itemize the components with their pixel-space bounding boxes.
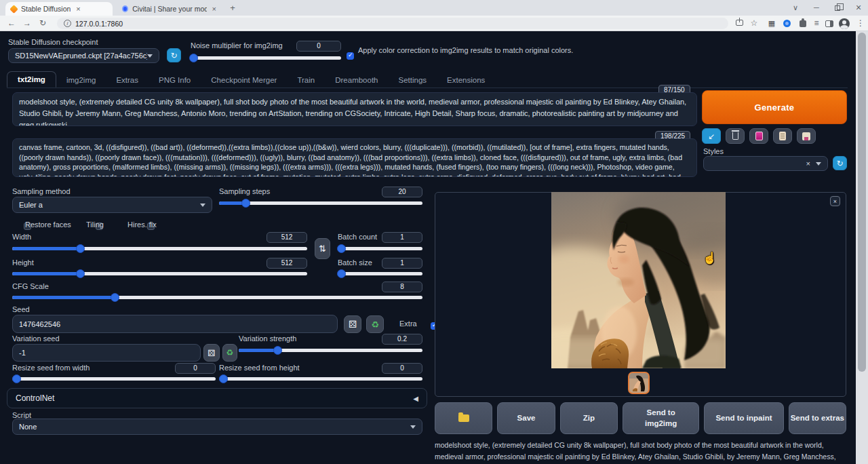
negative-prompt-textarea[interactable]: canvas frame, cartoon, 3d, ((disfigured)…: [12, 138, 697, 177]
noise-multiplier-label: Noise multiplier for img2img: [191, 41, 283, 50]
browser-tab-stable-diffusion[interactable]: Stable Diffusion ×: [5, 2, 113, 16]
open-folder-button[interactable]: [435, 402, 492, 434]
extra-networks-button[interactable]: [749, 128, 768, 144]
new-tab-button[interactable]: +: [226, 3, 239, 15]
resize-seed-height-slider[interactable]: [219, 377, 422, 381]
slider-knob[interactable]: [273, 346, 282, 355]
extension-grid-icon[interactable]: ▦: [766, 17, 778, 29]
styles-dropdown[interactable]: ×: [703, 156, 828, 171]
tab-close-icon[interactable]: ×: [212, 5, 216, 13]
share-icon[interactable]: [736, 20, 743, 26]
script-dropdown[interactable]: None: [12, 419, 422, 435]
slider-knob[interactable]: [219, 374, 228, 383]
cfg-scale-value[interactable]: 8: [382, 282, 422, 292]
height-slider[interactable]: [12, 272, 307, 275]
swap-dimensions-button[interactable]: ⇅: [315, 238, 330, 259]
back-icon[interactable]: ←: [5, 17, 18, 29]
send-to-extras-button[interactable]: Send to extras: [789, 402, 846, 434]
seed-input[interactable]: 1476462546: [12, 315, 338, 333]
slider-knob[interactable]: [337, 244, 346, 253]
controlnet-accordion[interactable]: ControlNet ◀: [7, 388, 427, 408]
site-info-icon[interactable]: i: [64, 20, 71, 27]
resize-seed-height-value[interactable]: 0: [382, 363, 422, 374]
checkpoint-refresh-button[interactable]: ↻: [167, 48, 181, 62]
extensions-puzzle-icon[interactable]: [800, 20, 806, 27]
address-bar[interactable]: i 127.0.0.1:7860: [57, 18, 728, 29]
browser-tab-civitai[interactable]: Civitai | Share your models ×: [117, 2, 222, 16]
save-button[interactable]: Save: [497, 402, 555, 434]
tab-dreambooth[interactable]: Dreambooth: [325, 73, 388, 88]
side-panel-icon[interactable]: [825, 20, 833, 27]
variation-seed-input[interactable]: -1: [12, 344, 201, 362]
sampling-method-dropdown[interactable]: Euler a: [12, 197, 212, 213]
close-gallery-button[interactable]: ×: [830, 196, 840, 206]
width-value[interactable]: 512: [267, 232, 307, 243]
extension-blue-icon[interactable]: [783, 20, 791, 27]
clear-prompt-button[interactable]: [726, 128, 745, 144]
window-close-button[interactable]: ×: [850, 1, 867, 14]
window-restore-button[interactable]: [829, 1, 846, 14]
tab-settings[interactable]: Settings: [389, 73, 437, 88]
apply-style-button[interactable]: [773, 128, 792, 144]
height-value[interactable]: 512: [267, 258, 307, 269]
noise-multiplier-value[interactable]: 0: [296, 41, 341, 52]
batch-count-value[interactable]: 1: [382, 232, 422, 243]
url-text: 127.0.0.1:7860: [75, 20, 123, 28]
paste-parameters-button[interactable]: ↙: [702, 128, 721, 144]
slider-knob[interactable]: [337, 269, 346, 278]
tab-extras[interactable]: Extras: [106, 73, 149, 88]
batch-size-value[interactable]: 1: [382, 258, 422, 269]
slider-knob[interactable]: [241, 199, 250, 208]
profile-avatar[interactable]: [839, 18, 850, 29]
batch-count-slider[interactable]: [338, 247, 422, 250]
tab-img2img[interactable]: img2img: [56, 73, 106, 88]
noise-multiplier-slider[interactable]: [191, 56, 341, 60]
tab-png-info[interactable]: PNG Info: [149, 73, 201, 88]
save-style-button[interactable]: [797, 128, 816, 144]
window-minimize-button[interactable]: ─: [808, 1, 825, 14]
slider-knob[interactable]: [76, 269, 85, 278]
generation-info-text: modelshoot style, (extremely detailed CG…: [435, 440, 842, 464]
slider-knob[interactable]: [111, 293, 119, 302]
clear-icon[interactable]: ×: [806, 159, 810, 168]
tab-txt2img[interactable]: txt2img: [7, 71, 56, 88]
generate-button[interactable]: Generate: [702, 90, 847, 124]
send-to-inpaint-button[interactable]: Send to inpaint: [704, 402, 783, 434]
variation-strength-value[interactable]: 0.2: [382, 334, 422, 345]
width-slider[interactable]: [12, 247, 307, 250]
tab-train[interactable]: Train: [287, 73, 325, 88]
random-variation-seed-button[interactable]: ⚄: [203, 344, 220, 362]
batch-size-slider[interactable]: [338, 272, 422, 275]
sampling-steps-slider[interactable]: [219, 201, 422, 205]
reload-icon[interactable]: ↻: [37, 17, 49, 29]
resize-seed-width-value[interactable]: 0: [175, 363, 216, 374]
reuse-variation-seed-button[interactable]: ♻: [222, 344, 237, 362]
send-to-img2img-button[interactable]: Send to img2img: [623, 402, 699, 434]
slider-knob[interactable]: [76, 244, 85, 253]
gallery-thumbnail[interactable]: [628, 372, 650, 394]
browser-menu-icon[interactable]: ⋮: [854, 17, 867, 29]
color-correction-checkbox[interactable]: [347, 52, 354, 60]
forward-icon[interactable]: →: [21, 17, 33, 29]
scrollbar-thumb[interactable]: [858, 33, 866, 372]
slider-knob[interactable]: [189, 54, 198, 62]
cfg-scale-slider[interactable]: [12, 296, 422, 299]
prompt-textarea[interactable]: modelshoot style, (extremely detailed CG…: [12, 92, 697, 126]
tab-extensions[interactable]: Extensions: [437, 73, 495, 88]
tab-close-icon[interactable]: ×: [76, 5, 80, 13]
page-scrollbar[interactable]: [856, 31, 868, 464]
random-seed-button[interactable]: ⚄: [344, 315, 361, 333]
window-chevron-icon[interactable]: ∨: [787, 1, 804, 14]
generated-image[interactable]: [551, 192, 726, 368]
reading-list-icon[interactable]: ≡: [810, 17, 823, 29]
sampling-steps-value[interactable]: 20: [382, 187, 422, 197]
reuse-seed-button[interactable]: ♻: [366, 315, 384, 333]
slider-knob[interactable]: [12, 374, 21, 383]
variation-strength-slider[interactable]: [239, 349, 422, 352]
styles-refresh-button[interactable]: ↻: [833, 156, 847, 170]
zip-button[interactable]: Zip: [560, 402, 618, 434]
tab-checkpoint-merger[interactable]: Checkpoint Merger: [201, 73, 287, 88]
resize-seed-width-slider[interactable]: [12, 377, 216, 381]
checkpoint-dropdown[interactable]: SD15NewVAEpruned.ckpt [27a4ac756c]: [8, 48, 159, 63]
bookmark-star-icon[interactable]: ☆: [748, 17, 760, 29]
